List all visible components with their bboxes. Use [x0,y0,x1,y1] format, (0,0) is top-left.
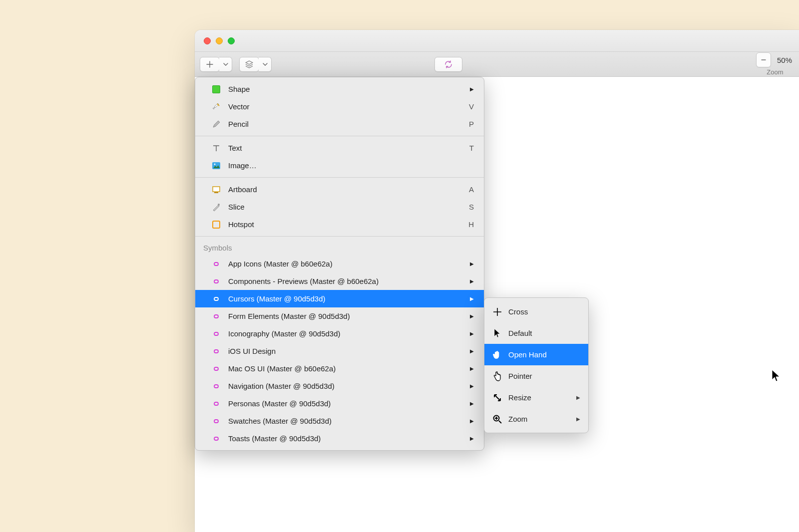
svg-point-4 [218,204,220,206]
symbol-item[interactable]: App Icons (Master @ b60e62a)▶ [195,255,484,272]
pencil-icon [211,119,221,129]
submenu-item-cross[interactable]: Cross [484,301,588,322]
menu-separator [195,177,484,178]
zoom-cursor-icon [492,414,502,424]
symbol-link-icon [211,364,221,374]
symbol-item-label: Swatches (Master @ 90d5d3d) [228,417,332,425]
symbol-item-label: Components - Previews (Master @ b60e62a) [228,277,379,285]
sync-icon [444,60,453,69]
menu-item-artboard[interactable]: Artboard A [195,181,484,198]
app-window: 50% Zoom Shape ▶ Vector V Pencil P Text … [195,30,799,532]
text-icon [211,143,221,153]
symbol-item[interactable]: Toasts (Master @ 90d5d3d)▶ [195,430,484,447]
menu-shortcut: V [469,102,474,111]
submenu-item-pointer[interactable]: Pointer [484,365,588,387]
image-icon [211,161,221,171]
menu-item-image[interactable]: Image… [195,157,484,174]
menu-item-slice[interactable]: Slice S [195,198,484,216]
zoom-control: 50% Zoom [756,52,794,76]
symbol-item-label: Navigation (Master @ 90d5d3d) [228,382,335,390]
svg-point-1 [214,163,216,165]
insert-button[interactable] [200,57,220,72]
menu-item-vector[interactable]: Vector V [195,98,484,115]
default-cursor-icon [492,328,502,338]
menu-item-pencil[interactable]: Pencil P [195,115,484,133]
submenu-arrow-icon: ▶ [576,395,580,400]
layers-icon [245,60,253,68]
menu-shortcut: H [468,220,474,229]
chevron-down-icon [223,62,228,67]
layers-dropdown-button[interactable] [259,57,272,72]
window-controls [204,37,235,44]
submenu-arrow-icon: ▶ [470,296,474,301]
symbol-item[interactable]: Iconography (Master @ 90d5d3d)▶ [195,325,484,342]
menu-item-shape[interactable]: Shape ▶ [195,80,484,98]
symbol-item[interactable]: Form Elements (Master @ 90d5d3d)▶ [195,307,484,325]
symbol-item[interactable]: Navigation (Master @ 90d5d3d)▶ [195,377,484,395]
menu-item-hotspot[interactable]: Hotspot H [195,216,484,233]
submenu-item-resize[interactable]: Resize▶ [484,387,588,408]
submenu-arrow-icon: ▶ [470,86,474,92]
symbol-item[interactable]: Mac OS UI (Master @ b60e62a)▶ [195,360,484,377]
symbol-item-label: Iconography (Master @ 90d5d3d) [228,329,341,338]
symbol-item[interactable]: Swatches (Master @ 90d5d3d)▶ [195,412,484,430]
menu-shortcut: T [469,144,474,152]
menu-item-label: Hotspot [228,220,254,229]
maximize-window-button[interactable] [228,37,235,44]
symbol-item-label: Toasts (Master @ 90d5d3d) [228,434,321,443]
menu-item-text[interactable]: Text T [195,139,484,157]
menu-shortcut: S [469,203,474,211]
sync-button[interactable] [434,57,462,72]
submenu-arrow-icon: ▶ [470,436,474,441]
symbol-link-icon [211,416,221,426]
menu-separator [195,136,484,136]
titlebar [195,30,799,52]
submenu-arrow-icon: ▶ [470,278,474,284]
symbols-header: Symbols [195,240,484,255]
symbol-item[interactable]: Cursors (Master @ 90d5d3d)▶ [195,290,484,307]
symbol-link-icon [211,329,221,339]
minimize-window-button[interactable] [216,37,223,44]
symbol-item-label: iOS UI Design [228,347,276,355]
symbol-item-label: Mac OS UI (Master @ b60e62a) [228,364,336,373]
slice-icon [211,202,221,212]
symbol-link-icon [211,276,221,286]
menu-item-label: Artboard [228,185,257,194]
symbol-link-icon [211,381,221,391]
minus-icon [761,57,767,63]
artboard-icon [211,185,221,195]
insert-dropdown-button[interactable] [219,57,232,72]
submenu-arrow-icon: ▶ [470,383,474,389]
chevron-down-icon [263,62,268,67]
submenu-item-open-hand[interactable]: Open Hand [484,344,588,365]
pointer-cursor-icon [492,371,502,381]
submenu-arrow-icon: ▶ [470,348,474,354]
submenu-arrow-icon: ▶ [576,416,580,422]
layers-button[interactable] [239,57,259,72]
symbol-link-icon [211,399,221,409]
svg-rect-3 [214,192,218,193]
hotspot-icon [211,220,221,230]
resize-cursor-icon [492,393,502,403]
symbol-item[interactable]: iOS UI Design▶ [195,342,484,360]
submenu-item-label: Zoom [508,415,527,423]
symbol-item[interactable]: Personas (Master @ 90d5d3d)▶ [195,395,484,412]
menu-item-label: Image… [228,161,257,170]
submenu-arrow-icon: ▶ [470,418,474,424]
zoom-out-button[interactable] [756,52,771,67]
symbol-link-icon [211,294,221,304]
close-window-button[interactable] [204,37,211,44]
submenu-item-zoom[interactable]: Zoom▶ [484,408,588,430]
menu-shortcut: A [469,185,474,194]
menu-item-label: Slice [228,203,245,211]
submenu-item-default[interactable]: Default [484,322,588,344]
menu-item-label: Vector [228,102,250,111]
submenu-arrow-icon: ▶ [470,331,474,336]
zoom-label: Zoom [767,68,783,76]
symbol-link-icon [211,259,221,269]
insert-menu: Shape ▶ Vector V Pencil P Text T Image… … [195,77,484,451]
symbol-link-icon [211,346,221,356]
symbol-item[interactable]: Components - Previews (Master @ b60e62a)… [195,272,484,290]
zoom-value[interactable]: 50% [775,56,794,64]
menu-item-label: Pencil [228,120,249,128]
